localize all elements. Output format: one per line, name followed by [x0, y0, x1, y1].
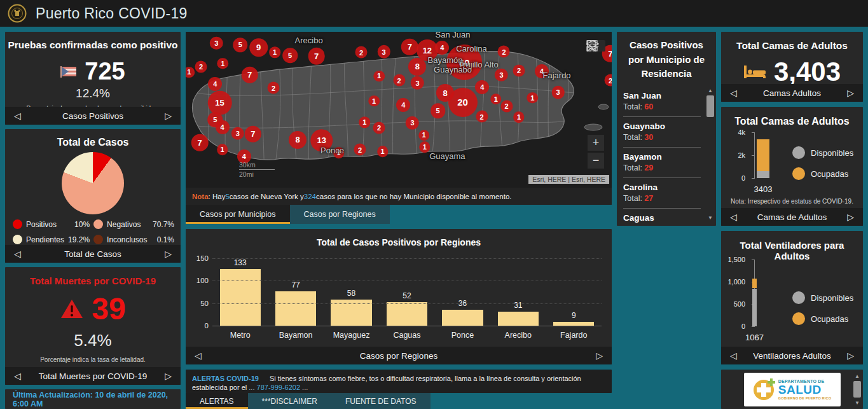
bar-column[interactable]: 58 [327, 258, 376, 326]
tab-casos-por-regiones[interactable]: Casos por Regiones [290, 205, 390, 224]
next-arrow-button[interactable]: ▷ [165, 371, 172, 380]
prev-arrow-button[interactable]: ◁ [730, 212, 737, 221]
prev-arrow-button[interactable]: ◁ [730, 351, 737, 360]
map-marker[interactable]: 3 [406, 116, 419, 130]
map-marker[interactable]: 8 [408, 58, 426, 76]
scroll-up-icon[interactable]: ▲ [708, 88, 713, 94]
next-arrow-button[interactable]: ▷ [847, 351, 854, 360]
map-marker[interactable]: 9 [249, 38, 268, 57]
map-marker[interactable]: 1 [513, 112, 525, 123]
map-marker[interactable]: 2 [513, 64, 525, 76]
bar-segment-disponibles[interactable] [757, 171, 769, 178]
scrollbar-thumb[interactable] [706, 95, 714, 117]
bar-column[interactable]: 52 [383, 258, 432, 326]
map-marker[interactable]: 4 [435, 41, 449, 55]
map-marker[interactable]: 4 [216, 120, 230, 134]
prev-arrow-button[interactable]: ◁ [730, 88, 737, 97]
map-marker[interactable]: 7 [241, 66, 258, 83]
zoom-in-button[interactable]: + [588, 135, 604, 151]
map-marker[interactable]: 7 [245, 125, 262, 142]
map-marker[interactable]: 3 [210, 36, 223, 50]
map-marker[interactable]: 3 [551, 86, 565, 99]
bar-segment-disponibles[interactable] [752, 289, 757, 327]
bar[interactable] [498, 312, 539, 326]
tab-disclaimer[interactable]: ***DISCLAIMER [248, 393, 331, 409]
map-marker[interactable]: 1 [373, 71, 385, 82]
municipio-list-item[interactable]: San JuanTotal: 60 [623, 87, 701, 117]
next-arrow-button[interactable]: ▷ [847, 212, 854, 221]
map-marker[interactable]: 7 [308, 48, 325, 65]
map-marker[interactable]: 1 [186, 67, 195, 78]
map-marker[interactable]: 5 [282, 48, 298, 63]
bar-segment-ocupadas[interactable] [757, 139, 769, 171]
bar[interactable] [387, 302, 427, 326]
map-marker[interactable]: 2 [354, 144, 366, 156]
map-marker[interactable]: 15 [207, 90, 232, 115]
bar[interactable] [220, 269, 261, 326]
bar-column[interactable]: 9 [549, 258, 598, 326]
map-marker[interactable]: 1 [527, 92, 539, 104]
bar-column[interactable]: 77 [272, 258, 320, 326]
map-marker[interactable]: 3 [377, 45, 390, 59]
next-arrow-button[interactable]: ▷ [165, 111, 172, 120]
map-marker[interactable]: 2 [195, 60, 207, 73]
map-marker[interactable]: 8 [289, 131, 307, 149]
map-marker[interactable]: 1 [217, 58, 229, 69]
tab-alertas[interactable]: ALERTAS [186, 393, 248, 409]
bar-column[interactable]: 133 [216, 258, 265, 326]
basemap-grid-icon[interactable] [586, 40, 598, 52]
prev-arrow-button[interactable]: ◁ [14, 249, 21, 258]
tab-casos-por-municipios[interactable]: Casos por Municipios [186, 205, 290, 224]
prev-arrow-button[interactable]: ◁ [14, 111, 21, 120]
map-marker[interactable]: 3 [231, 127, 244, 140]
map-marker[interactable]: 2 [268, 82, 280, 94]
map-marker[interactable]: 2 [393, 74, 405, 87]
map-marker[interactable]: 20 [448, 88, 478, 117]
map-marker[interactable]: 1 [377, 146, 389, 157]
prev-arrow-button[interactable]: ◁ [14, 371, 21, 380]
municipio-list-item[interactable]: CarolinaTotal: 27 [623, 178, 701, 209]
map-marker[interactable]: 2 [500, 100, 513, 112]
prev-arrow-button[interactable]: ◁ [195, 351, 202, 360]
bar-column[interactable]: 31 [494, 258, 543, 326]
map-marker[interactable]: 5 [233, 38, 248, 53]
scroll-up-icon[interactable]: ▲ [855, 373, 860, 379]
map-marker[interactable]: 1 [359, 116, 371, 128]
scrollbar-thumb[interactable] [853, 381, 861, 398]
map-marker[interactable]: 1 [419, 142, 431, 153]
map-marker[interactable]: 2 [476, 111, 488, 123]
map-marker[interactable]: 1 [418, 130, 430, 141]
map-marker[interactable]: 3 [411, 76, 424, 90]
bar[interactable] [442, 310, 483, 326]
municipio-list-item[interactable]: CaguasTotal: 20 [623, 209, 701, 226]
map-marker[interactable]: 4 [475, 80, 489, 94]
map-canvas[interactable]: 3591572371246024211721241514518233842051… [186, 32, 612, 188]
map-marker[interactable]: 3 [495, 68, 508, 81]
map-marker[interactable]: 4 [208, 77, 222, 91]
municipio-list-item[interactable]: GuaynaboTotal: 30 [623, 117, 701, 148]
map-marker[interactable]: 1 [269, 47, 280, 59]
map-marker[interactable]: 2 [498, 46, 510, 58]
map-marker[interactable]: 7 [191, 134, 209, 151]
municipio-list-item[interactable]: BayamonTotal: 29 [623, 148, 701, 178]
next-arrow-button[interactable]: ▷ [165, 249, 172, 258]
scroll-down-icon[interactable]: ▼ [855, 400, 860, 406]
bar-column[interactable]: 36 [438, 258, 487, 326]
next-arrow-button[interactable]: ▷ [847, 88, 854, 97]
map-marker[interactable]: 7 [401, 38, 418, 55]
zoom-out-button[interactable]: − [588, 153, 604, 169]
map-marker[interactable]: 2 [355, 46, 368, 59]
map-marker[interactable]: 1 [368, 95, 380, 107]
tab-fuente-de-datos[interactable]: FUENTE DE DATOS [331, 393, 431, 409]
scroll-down-icon[interactable]: ▼ [708, 215, 713, 221]
map-marker[interactable]: 1 [490, 94, 502, 105]
map-marker[interactable]: 4 [396, 98, 410, 112]
bar[interactable] [275, 291, 316, 326]
logo-line3: GOBIERNO DE PUERTO RICO [778, 396, 831, 400]
map-marker[interactable]: 2 [373, 121, 385, 134]
map-marker[interactable]: 1 [217, 144, 228, 155]
next-arrow-button[interactable]: ▷ [596, 351, 603, 360]
bar-segment-ocupadas[interactable] [752, 279, 757, 288]
map-marker[interactable]: 2 [604, 74, 612, 87]
map-marker[interactable]: 5 [431, 104, 446, 119]
